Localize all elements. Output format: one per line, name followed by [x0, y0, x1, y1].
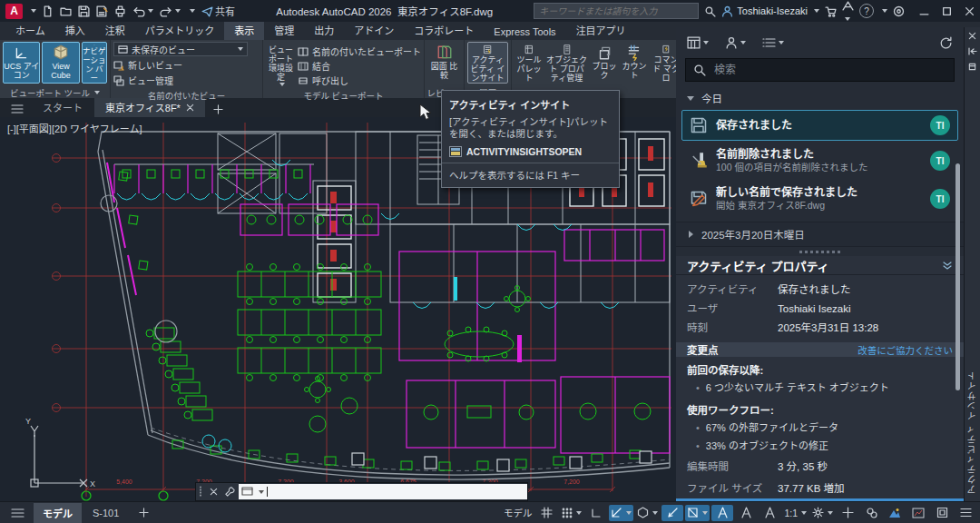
customization-gear-button[interactable] [810, 505, 835, 521]
tab-manage[interactable]: 管理 [264, 20, 304, 40]
autocad-logo[interactable]: A [5, 4, 23, 19]
save-button[interactable] [78, 5, 90, 17]
status-menu-button[interactable] [955, 505, 976, 521]
named-viewports-button[interactable]: 名前の付いたビューポート [298, 44, 421, 58]
restore-viewport-button[interactable]: 呼び出し [298, 74, 421, 87]
viewcube-toggle[interactable]: View Cube [42, 42, 79, 84]
object-snap-toggle[interactable] [685, 505, 710, 521]
command-line-grip[interactable] [196, 486, 206, 498]
model-space-button[interactable]: モデル [502, 505, 534, 521]
palette-autohide-icon[interactable] [968, 47, 977, 55]
plot-button[interactable] [114, 5, 126, 17]
graphics-performance-button[interactable] [884, 505, 906, 521]
ortho-mode-toggle[interactable] [585, 505, 607, 521]
close-button[interactable] [965, 6, 975, 16]
polar-tracking-toggle[interactable] [609, 505, 633, 521]
collapse-chevron-icon[interactable] [942, 260, 953, 271]
close-tab-icon[interactable] [186, 104, 194, 112]
snap-mode-toggle[interactable] [559, 505, 583, 521]
activity-item-purged[interactable]: 名前削除されました 100 個の項目が名前削除されました TI [681, 143, 958, 179]
command-line[interactable] [195, 482, 528, 501]
tool-palettes-button[interactable]: ツール パレット [514, 42, 544, 84]
undo-button[interactable] [132, 5, 153, 17]
properties-header[interactable]: アクティビティ プロパティ [676, 256, 964, 275]
blocks-palette-button[interactable]: ブロック [590, 42, 619, 84]
help-search-input[interactable] [534, 3, 699, 19]
command-input[interactable] [239, 484, 527, 499]
tab-insert[interactable]: 挿入 [55, 20, 95, 40]
tab-express-tools[interactable]: Express Tools [484, 24, 565, 40]
layout-tab-s101[interactable]: S-101 [83, 505, 128, 521]
refresh-button[interactable] [939, 36, 953, 50]
search-icon[interactable] [704, 5, 716, 17]
palette-vertical-title[interactable]: アクティビティ インサイト [965, 370, 979, 494]
isodraft-toggle[interactable] [635, 505, 660, 521]
feedback-link[interactable]: 改善にご協力ください [858, 343, 953, 357]
section-older-date[interactable]: 2025年3月20日木曜日 [676, 222, 964, 247]
new-file-button[interactable] [42, 5, 54, 17]
tab-annotate[interactable]: 注釈 [95, 20, 135, 40]
help-menu-caret[interactable] [882, 9, 887, 13]
app-menu-caret[interactable] [31, 9, 36, 13]
properties-palette-button[interactable]: オブジェクト プロパティ管理 [545, 42, 588, 84]
osnap-tracking-toggle[interactable] [662, 505, 683, 521]
store-cart-icon[interactable] [825, 5, 837, 17]
ucs-icon-toggle[interactable]: UCS アイコン [3, 42, 40, 84]
crosshair-button[interactable] [837, 505, 858, 521]
activity-insights-button[interactable]: アクティビティ インサイト [467, 42, 508, 84]
file-tab-start[interactable]: スタート [32, 97, 93, 117]
palette-search-input[interactable] [712, 63, 946, 77]
command-line-close-icon[interactable] [206, 488, 221, 496]
clean-screen-button[interactable] [931, 505, 953, 521]
qat-customize-caret[interactable] [187, 9, 195, 13]
annotation-scale-button[interactable]: 1:1 [782, 505, 808, 521]
count-palette-button[interactable]: カウント [621, 42, 648, 84]
layout-menu-icon[interactable] [4, 508, 32, 518]
palette-splitter[interactable] [676, 247, 964, 256]
tab-parametric[interactable]: パラメトリック [135, 20, 225, 40]
new-tab-button[interactable] [206, 102, 230, 117]
palette-close-icon[interactable] [968, 32, 976, 40]
minimize-button[interactable] [919, 6, 929, 16]
viewport-controls-label[interactable]: [-][平面図][2D ワイヤフレーム] [7, 121, 142, 135]
palette-properties-icon[interactable] [968, 63, 976, 71]
view-dropdown[interactable]: 未保存のビュー [113, 42, 248, 56]
panel-label-viewport-tools[interactable]: ビューポート ツール [0, 86, 110, 98]
tab-addins[interactable]: アドイン [344, 20, 404, 40]
tab-collaborate[interactable]: コラボレート [404, 20, 484, 40]
tab-featured-apps[interactable]: 注目アプリ [566, 20, 636, 40]
layout-tab-model[interactable]: モデル [34, 503, 82, 523]
navigation-bar-toggle[interactable]: ナビゲーション バー [82, 42, 107, 84]
activity-item-saved[interactable]: 保存されました TI [681, 110, 958, 141]
viewport-config-button[interactable]: ビューポート 環境設定 [266, 42, 296, 84]
save-as-button[interactable] [96, 5, 108, 17]
drawing-compare-button[interactable]: 図面 比較 [427, 42, 461, 84]
new-view-button[interactable]: 新しいビュー [113, 58, 260, 72]
tab-view[interactable]: 表示 [224, 20, 264, 40]
section-today[interactable]: 今日 [676, 87, 964, 109]
account-menu[interactable]: Toshiaki-Isezaki [721, 5, 819, 17]
tab-output[interactable]: 出力 [304, 20, 344, 40]
open-file-button[interactable] [60, 5, 72, 17]
palette-scrollbar[interactable] [956, 163, 960, 390]
annotation-visibility-toggle[interactable] [711, 505, 733, 521]
feedback-icon[interactable] [893, 5, 905, 17]
autodesk-logo-icon[interactable] [842, 0, 854, 23]
list-options-button[interactable] [762, 37, 784, 48]
hardware-acceleration-button[interactable] [907, 505, 929, 521]
file-tab-menu-icon[interactable] [4, 101, 31, 117]
annotation-autoscale-toggle[interactable] [735, 505, 757, 521]
view-manager-button[interactable]: ビュー管理 [113, 74, 260, 87]
user-filter-button[interactable] [725, 36, 746, 49]
share-button[interactable]: 共有 [201, 4, 235, 18]
isolate-objects-button[interactable] [860, 505, 882, 521]
help-icon[interactable]: ? [859, 4, 874, 18]
join-viewports-button[interactable]: 結合 [298, 59, 421, 73]
tab-home[interactable]: ホーム [5, 20, 55, 40]
layout-add-button[interactable] [130, 505, 158, 520]
annotation-scale-sync-toggle[interactable] [759, 505, 780, 521]
grid-display-toggle[interactable] [535, 505, 557, 521]
restore-button[interactable] [942, 6, 952, 16]
command-line-customize-icon[interactable] [221, 487, 239, 497]
activity-type-filter-button[interactable] [687, 36, 709, 49]
